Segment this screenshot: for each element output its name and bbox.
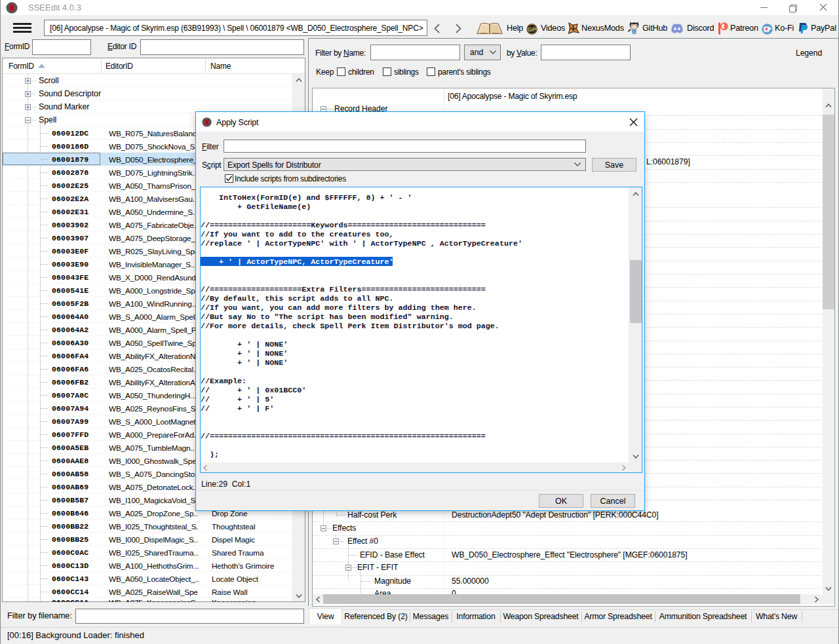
svg-text:GP: GP xyxy=(528,26,536,33)
